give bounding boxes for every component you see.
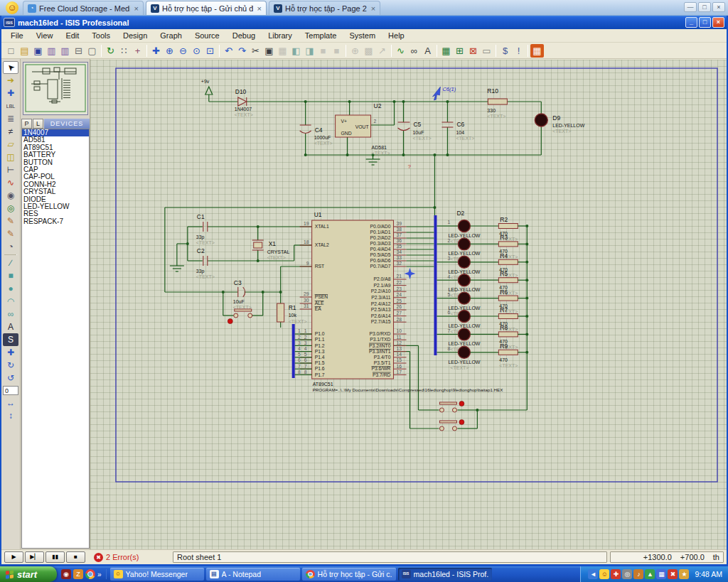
2d-line[interactable]: ∕ (3, 257, 18, 269)
2d-box[interactable]: ■ (3, 269, 18, 282)
tray-network[interactable]: ▲ (645, 569, 655, 579)
component-mode[interactable]: ➔ (3, 74, 18, 87)
wire-label-mode[interactable]: LBL (3, 99, 18, 112)
device-pin-mode[interactable]: ⊢ (3, 163, 18, 176)
selection-pointer[interactable]: ➤ (3, 61, 18, 74)
led-yellow-symbol[interactable] (458, 274, 470, 286)
stop-button[interactable]: ■ (66, 551, 85, 563)
rotate-clockwise[interactable]: ↻ (3, 359, 18, 372)
maximize-button[interactable]: □ (699, 17, 711, 28)
flip-vertical[interactable]: ↕ (3, 409, 18, 422)
component-c6[interactable]: C6 104 <TEXT> (441, 121, 474, 141)
power-terminal-icon[interactable] (205, 87, 213, 95)
resistor-symbol[interactable] (498, 332, 518, 337)
led-yellow-symbol[interactable] (458, 220, 470, 232)
tray-hide-icons[interactable]: ◄ (588, 569, 598, 579)
tab-close-icon[interactable]: × (370, 4, 375, 13)
browser-restore-button[interactable]: □ (698, 2, 711, 12)
pick-devices-button[interactable]: P (21, 119, 32, 129)
voltage-probe-mode[interactable]: ✎ (3, 215, 18, 227)
menu-design[interactable]: Design (117, 30, 154, 41)
resistor-symbol[interactable] (498, 242, 518, 247)
menu-system[interactable]: System (343, 30, 382, 41)
open-design[interactable]: ▤ (18, 44, 31, 58)
new-sheet[interactable]: ⊞ (453, 44, 466, 58)
component-d10[interactable]: D10 1N4007 <TEXT> (235, 88, 253, 117)
electrical-rule-check[interactable]: ! (512, 44, 525, 58)
2d-path[interactable]: ∞ (3, 308, 18, 320)
2d-circle[interactable]: ● (3, 282, 18, 295)
tab-close-icon[interactable]: × (256, 4, 262, 13)
origin[interactable]: + (131, 44, 144, 58)
led-yellow-symbol[interactable] (458, 292, 470, 304)
led-yellow-symbol[interactable] (458, 346, 470, 358)
bus-mode[interactable]: ≠ (3, 125, 18, 138)
led-yellow-symbol[interactable] (458, 256, 470, 268)
make-device[interactable]: ▩ (362, 44, 375, 58)
pause-button[interactable]: ▮▮ (46, 551, 65, 563)
menu-template[interactable]: Template (299, 30, 343, 41)
component-r1[interactable]: R1 10k <TEXT> (277, 303, 307, 324)
block-copy[interactable]: ◧ (289, 44, 303, 58)
block-rotate[interactable]: ■ (316, 44, 330, 58)
paste[interactable]: ▦ (276, 44, 289, 58)
library-manager-button[interactable]: L (33, 119, 43, 129)
tray-display[interactable]: ▦ (656, 569, 666, 579)
error-count[interactable]: 2 Error(s) (106, 553, 170, 561)
quicklaunch-chrome[interactable] (85, 569, 95, 579)
redo[interactable]: ↷ (235, 44, 249, 58)
bus-right[interactable] (434, 215, 437, 355)
rotation-angle-field[interactable]: 0 (3, 386, 18, 395)
redraw[interactable]: ↻ (104, 44, 117, 58)
search-tag[interactable]: ∞ (407, 44, 421, 58)
resistor-symbol[interactable] (498, 296, 518, 301)
led-yellow-symbol[interactable] (458, 238, 470, 250)
tray-volume[interactable]: ♪ (633, 569, 643, 579)
import-section[interactable]: ▥ (45, 44, 58, 58)
title-bar[interactable]: ISIS mach16led - ISIS Professional _□× (1, 16, 727, 29)
menu-help[interactable]: Help (382, 30, 411, 41)
task-notepad[interactable]: ▤A - Notepad (206, 568, 300, 581)
print[interactable]: ⊟ (72, 44, 85, 58)
schematic-canvas[interactable]: +9v (90, 60, 727, 549)
terminal-mode[interactable]: ◫ (3, 151, 18, 163)
current-probe-mode[interactable]: ✎ (3, 227, 18, 240)
flip-horizontal[interactable]: ↔ (3, 397, 18, 409)
pan[interactable]: ✚ (149, 44, 163, 58)
resistor-symbol[interactable] (498, 224, 518, 229)
tab-close-icon[interactable]: × (133, 4, 139, 13)
tray-antivirus[interactable]: ✚ (611, 569, 621, 579)
minimize-button[interactable]: _ (685, 17, 697, 28)
zoom-area[interactable]: ⊡ (203, 44, 217, 58)
component-c3[interactable]: C3 10uF <TEXT> (233, 279, 252, 310)
component-button2[interactable] (439, 420, 464, 431)
wire-autorouter[interactable]: ∿ (394, 44, 407, 58)
2d-arc[interactable]: ◠ (3, 295, 18, 308)
close-button[interactable]: × (712, 17, 724, 28)
resistor-symbol[interactable] (498, 278, 518, 283)
task-yahoo-messenger[interactable]: ☺Yahoo! Messenger (110, 568, 204, 581)
netlist-to-ares[interactable]: ▦ (530, 44, 544, 58)
resistor-symbol[interactable] (498, 314, 518, 319)
zoom-out[interactable]: ⊖ (176, 44, 190, 58)
view-bom[interactable]: $ (498, 44, 512, 58)
menu-edit[interactable]: Edit (59, 30, 85, 41)
property-assignment[interactable]: A (421, 44, 434, 58)
menu-view[interactable]: View (30, 30, 60, 41)
quick-launch-overflow[interactable]: » (97, 571, 102, 578)
mark-output-area[interactable]: ▢ (85, 44, 99, 58)
menu-debug[interactable]: Debug (226, 30, 262, 41)
tray-language[interactable]: ★ (679, 569, 689, 579)
menu-library[interactable]: Library (262, 30, 299, 41)
subcircuit-mode[interactable]: ▱ (3, 138, 18, 151)
clock[interactable]: 9:48 AM (695, 570, 722, 578)
quicklaunch-app1[interactable]: ◉ (61, 569, 71, 579)
quicklaunch-app2[interactable]: Z (73, 569, 83, 579)
start-button[interactable]: start (0, 566, 57, 582)
copy[interactable]: ▣ (262, 44, 276, 58)
cut[interactable]: ✂ (249, 44, 262, 58)
resistor-symbol[interactable] (498, 350, 518, 355)
new-file[interactable]: □ (4, 44, 18, 58)
block-delete[interactable]: ■ (330, 44, 343, 58)
packaging-tool[interactable]: ↗ (375, 44, 389, 58)
